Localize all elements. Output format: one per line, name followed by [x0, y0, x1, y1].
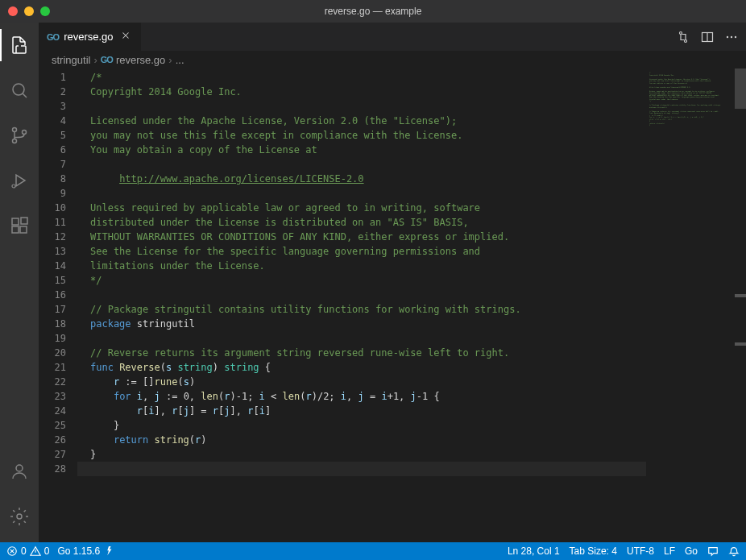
code-line[interactable] — [77, 157, 646, 172]
line-number[interactable]: 22 — [39, 375, 66, 389]
scrollbar[interactable] — [735, 68, 746, 542]
line-number[interactable]: 19 — [39, 331, 66, 346]
line-number[interactable]: 27 — [39, 447, 66, 462]
close-window-button[interactable] — [8, 6, 18, 16]
code-line[interactable] — [77, 462, 646, 476]
line-number[interactable]: 25 — [39, 418, 66, 433]
code-line[interactable]: Unless required by applicable law or agr… — [77, 201, 646, 215]
titlebar: reverse.go — example — [0, 0, 746, 23]
line-number[interactable]: 4 — [39, 114, 66, 128]
svg-point-14 — [727, 35, 728, 37]
line-number[interactable]: 6 — [39, 143, 66, 157]
code-line[interactable]: // Reverse returns its argument string r… — [77, 346, 646, 360]
code-line[interactable]: } — [77, 418, 646, 433]
line-number[interactable]: 15 — [39, 273, 66, 288]
status-encoding[interactable]: UTF-8 — [627, 545, 654, 557]
line-number[interactable]: 20 — [39, 346, 66, 360]
line-number[interactable]: 7 — [39, 157, 66, 172]
breadcrumb-segment[interactable]: stringutil — [52, 54, 90, 66]
line-number[interactable]: 2 — [39, 85, 66, 99]
maximize-window-button[interactable] — [40, 6, 50, 16]
scrollbar-thumb[interactable] — [735, 68, 746, 109]
tab-bar: GO reverse.go — [39, 23, 746, 51]
status-eol[interactable]: LF — [664, 545, 675, 557]
code-line[interactable]: distributed under the License is distrib… — [77, 215, 646, 230]
code-line[interactable] — [77, 99, 646, 114]
code-line[interactable]: package stringutil — [77, 317, 646, 331]
line-number[interactable]: 5 — [39, 128, 66, 143]
editor-area: GO reverse.go stringutil › — [39, 23, 746, 542]
debug-icon[interactable] — [0, 164, 39, 197]
line-number[interactable]: 14 — [39, 259, 66, 273]
line-number[interactable]: 13 — [39, 244, 66, 259]
line-number[interactable]: 24 — [39, 404, 66, 418]
svg-point-16 — [735, 35, 736, 37]
code-line[interactable]: limitations under the License. — [77, 259, 646, 273]
feedback-icon[interactable] — [707, 545, 719, 557]
code-line[interactable]: See the License for the specific languag… — [77, 244, 646, 259]
code-line[interactable] — [77, 186, 646, 201]
accounts-icon[interactable] — [0, 455, 39, 487]
chevron-right-icon: › — [93, 54, 97, 66]
code-line[interactable]: } — [77, 447, 646, 462]
status-tab-size[interactable]: Tab Size: 4 — [570, 545, 617, 557]
line-number[interactable]: 26 — [39, 433, 66, 447]
explorer-icon[interactable] — [0, 29, 39, 61]
source-control-icon[interactable] — [0, 119, 39, 151]
line-number[interactable]: 16 — [39, 288, 66, 302]
code-line[interactable]: func Reverse(s string) string { — [77, 360, 646, 375]
line-number[interactable]: 18 — [39, 317, 66, 331]
code-line[interactable] — [77, 331, 646, 346]
error-count: 0 — [21, 545, 27, 557]
code-line[interactable]: */ — [77, 273, 646, 288]
breadcrumb-segment[interactable]: ... — [176, 54, 184, 66]
code-line[interactable]: Licensed under the Apache License, Versi… — [77, 114, 646, 128]
code-line[interactable]: you may not use this file except in comp… — [77, 128, 646, 143]
code-line[interactable]: Copyright 2014 Google Inc. — [77, 85, 646, 99]
line-number[interactable]: 8 — [39, 172, 66, 186]
tab-reverse-go[interactable]: GO reverse.go — [39, 23, 142, 51]
code-line[interactable]: return string(r) — [77, 433, 646, 447]
code-line[interactable]: You may obtain a copy of the License at — [77, 143, 646, 157]
editor-content[interactable]: 1234567891011121314151617181920212223242… — [39, 68, 746, 542]
line-number[interactable]: 21 — [39, 360, 66, 375]
code-line[interactable]: http://www.apache.org/licenses/LICENSE-2… — [77, 172, 646, 186]
line-number[interactable]: 10 — [39, 201, 66, 215]
line-number[interactable]: 3 — [39, 99, 66, 114]
breadcrumb-segment[interactable]: reverse.go — [116, 54, 165, 66]
extensions-icon[interactable] — [0, 209, 39, 242]
line-number[interactable]: 23 — [39, 389, 66, 404]
breadcrumb[interactable]: stringutil › GO reverse.go › ... — [39, 51, 746, 68]
close-tab-icon[interactable] — [118, 28, 133, 45]
code-line[interactable]: WITHOUT WARRANTIES OR CONDITIONS OF ANY … — [77, 230, 646, 244]
line-number[interactable]: 1 — [39, 70, 66, 85]
line-number[interactable]: 28 — [39, 462, 66, 476]
search-icon[interactable] — [0, 74, 39, 106]
code-line[interactable]: r := []rune(s) — [77, 375, 646, 389]
minimap-line — [649, 127, 731, 129]
line-number[interactable]: 11 — [39, 215, 66, 230]
code-line[interactable]: for i, j := 0, len(r)-1; i < len(r)/2; i… — [77, 389, 646, 404]
code-line[interactable]: r[i], r[j] = r[j], r[i] — [77, 404, 646, 418]
notifications-bell-icon[interactable] — [728, 545, 740, 557]
status-problems[interactable]: 0 0 — [6, 545, 49, 557]
svg-rect-7 — [20, 226, 27, 233]
svg-point-0 — [13, 84, 24, 95]
line-number[interactable]: 9 — [39, 186, 66, 201]
minimap[interactable]: /*Copyright 2014 Google Inc.Licensed und… — [646, 68, 735, 542]
status-go-version[interactable]: Go 1.15.6 — [57, 545, 114, 557]
code-line[interactable]: // Package stringutil contains utility f… — [77, 302, 646, 317]
status-cursor-position[interactable]: Ln 28, Col 1 — [508, 545, 560, 557]
code-line[interactable] — [77, 288, 646, 302]
split-editor-icon[interactable] — [701, 31, 714, 44]
more-actions-icon[interactable] — [725, 31, 738, 44]
minimize-window-button[interactable] — [24, 6, 34, 16]
line-number-gutter[interactable]: 1234567891011121314151617181920212223242… — [39, 68, 77, 542]
code-area[interactable]: /*Copyright 2014 Google Inc.Licensed und… — [77, 68, 646, 542]
line-number[interactable]: 12 — [39, 230, 66, 244]
compare-changes-icon[interactable] — [677, 31, 690, 44]
line-number[interactable]: 17 — [39, 302, 66, 317]
status-language[interactable]: Go — [685, 545, 698, 557]
settings-gear-icon[interactable] — [0, 500, 39, 533]
code-line[interactable]: /* — [77, 70, 646, 85]
